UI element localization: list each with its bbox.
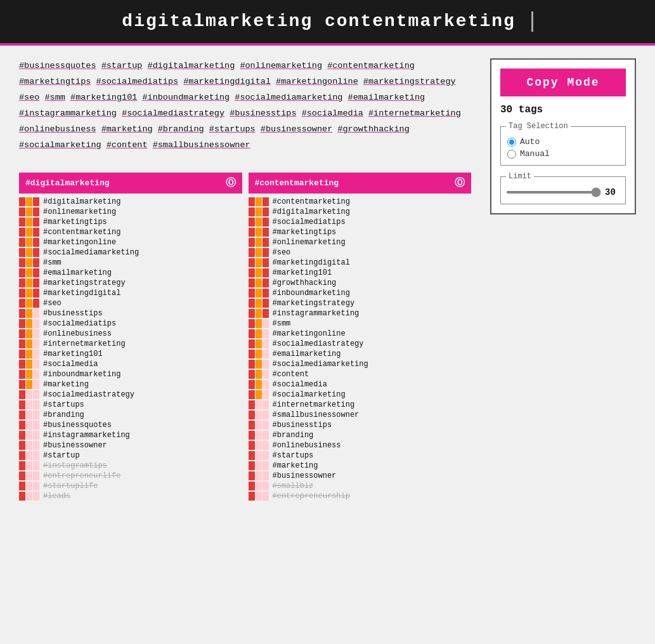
list-item[interactable]: #socialmediatips: [19, 319, 242, 328]
tag-label: #internetmarketing: [273, 400, 355, 409]
tag-label: #socialmediamarketing: [273, 360, 368, 369]
list-item[interactable]: #seo: [19, 299, 242, 308]
list-item[interactable]: #smm: [19, 258, 242, 267]
list-item[interactable]: #marketing: [249, 461, 472, 470]
list-item[interactable]: #branding: [19, 411, 242, 419]
list-item[interactable]: #socialmedia: [249, 380, 472, 389]
tag-label: #branding: [43, 411, 84, 419]
tag-label: #instagramtips: [43, 461, 107, 470]
list-item[interactable]: #businessowner: [249, 471, 472, 480]
radio-manual-text: Manual: [520, 149, 550, 159]
list-item[interactable]: #marketing: [19, 380, 242, 389]
tag-label: #inboundmarketing: [43, 370, 120, 379]
limit-fieldset: Limit 30: [500, 172, 626, 204]
list-item[interactable]: #growthhacking: [249, 279, 472, 287]
limit-legend: Limit: [506, 172, 534, 181]
tags-count: 30 tags: [500, 104, 626, 115]
list-item[interactable]: #marketingtips: [249, 228, 472, 237]
list-item[interactable]: #contentmarketing: [249, 197, 472, 206]
radio-manual-label[interactable]: Manual: [507, 149, 619, 159]
list-item[interactable]: #digitalmarketing: [19, 197, 242, 206]
list-item[interactable]: #businessquotes: [19, 421, 242, 430]
tag-label: #instagrammarketing: [43, 431, 130, 440]
tag-label: #onlinebusiness: [43, 329, 112, 338]
tag-label: #digitalmarketing: [43, 197, 120, 206]
radio-manual[interactable]: [507, 150, 516, 159]
tag-label: #branding: [273, 431, 314, 440]
list-item[interactable]: #marketingdigital: [19, 289, 242, 298]
list-item[interactable]: #internetmarketing: [249, 400, 472, 409]
tag-label: #startups: [273, 451, 314, 460]
list-item[interactable]: #smallbusinessowner: [249, 411, 472, 419]
column2-title: #contentmarketing: [255, 178, 339, 188]
list-item[interactable]: #marketingstrategy: [19, 279, 242, 287]
tag-label: #businesstips: [273, 421, 332, 430]
list-item[interactable]: #businesstips: [249, 421, 472, 430]
radio-auto-text: Auto: [520, 137, 540, 147]
list-item: #entrepreneurship: [249, 492, 472, 501]
list-item[interactable]: #businesstips: [19, 309, 242, 318]
tag-label: #onlinemarketing: [43, 207, 116, 216]
list-item[interactable]: #onlinemarketing: [19, 207, 242, 216]
list-item[interactable]: #digitalmarketing: [249, 207, 472, 216]
limit-slider[interactable]: [506, 191, 601, 194]
tag-label: #marketingdigital: [43, 289, 120, 298]
list-item[interactable]: #socialmediastrategy: [19, 390, 242, 399]
tag-label: #socialmediatips: [273, 218, 346, 227]
list-item[interactable]: #marketingdigital: [249, 258, 472, 267]
radio-auto[interactable]: [507, 138, 516, 147]
column2-icon[interactable]: Ⓞ: [455, 176, 465, 190]
tag-label: #socialmedia: [273, 380, 327, 389]
list-item[interactable]: #marketing101: [249, 268, 472, 277]
column1-title: #digitalmarketing: [25, 178, 110, 188]
tag-label: #contentmarketing: [273, 197, 350, 206]
list-item[interactable]: #branding: [249, 431, 472, 440]
list-item[interactable]: #onlinebusiness: [249, 441, 472, 450]
list-item[interactable]: #emailmarketing: [249, 350, 472, 358]
list-item[interactable]: #startups: [19, 400, 242, 409]
column2-tags: #contentmarketing#digitalmarketing#socia…: [249, 197, 472, 501]
column1-icon[interactable]: Ⓞ: [226, 176, 236, 190]
list-item: #leads: [19, 492, 242, 501]
list-item[interactable]: #smm: [249, 319, 472, 328]
tag-label: #leads: [43, 492, 70, 501]
list-item[interactable]: #socialmediamarketing: [249, 360, 472, 369]
list-item[interactable]: #onlinemarketing: [249, 238, 472, 247]
list-item[interactable]: #marketingtips: [19, 218, 242, 227]
tag-label: #content: [273, 370, 309, 379]
list-item[interactable]: #startup: [19, 451, 242, 460]
tag-label: #socialmediamarketing: [43, 248, 139, 257]
tag-label: #inboundmarketing: [273, 289, 350, 298]
tag-label: #instagrammarketing: [273, 309, 360, 318]
list-item[interactable]: #inboundmarketing: [19, 370, 242, 379]
slider-row: 30: [506, 185, 620, 200]
list-item[interactable]: #content: [249, 370, 472, 379]
list-item[interactable]: #inboundmarketing: [249, 289, 472, 298]
list-item[interactable]: #socialmediatips: [249, 218, 472, 227]
tag-label: #marketingdigital: [273, 258, 350, 267]
list-item[interactable]: #marketingstrategy: [249, 299, 472, 308]
list-item[interactable]: #emailmarketing: [19, 268, 242, 277]
tag-label: #socialmedia: [43, 360, 98, 369]
right-panel: Copy Mode 30 tags Tag Selection Auto Man…: [490, 58, 636, 502]
list-item[interactable]: #businessowner: [19, 441, 242, 450]
list-item[interactable]: #startups: [249, 451, 472, 460]
list-item[interactable]: #internetmarketing: [19, 339, 242, 348]
list-item[interactable]: #socialmediastrategy: [249, 339, 472, 348]
list-item[interactable]: #marketingonline: [249, 329, 472, 338]
list-item[interactable]: #marketingonline: [19, 238, 242, 247]
list-item[interactable]: #instagrammarketing: [249, 309, 472, 318]
list-item[interactable]: #seo: [249, 248, 472, 257]
list-item[interactable]: #contentmarketing: [19, 228, 242, 237]
copy-mode-button[interactable]: Copy Mode: [500, 69, 626, 96]
list-item[interactable]: #socialmarketing: [249, 390, 472, 399]
list-item[interactable]: #socialmediamarketing: [19, 248, 242, 257]
list-item[interactable]: #instagrammarketing: [19, 431, 242, 440]
tag-label: #startuplife: [43, 482, 98, 490]
radio-auto-label[interactable]: Auto: [507, 137, 619, 147]
column2-header: #contentmarketing Ⓞ: [249, 173, 472, 194]
list-item[interactable]: #socialmedia: [19, 360, 242, 369]
list-item[interactable]: #onlinebusiness: [19, 329, 242, 338]
tag-label: #smm: [43, 258, 62, 267]
list-item[interactable]: #marketing101: [19, 350, 242, 358]
